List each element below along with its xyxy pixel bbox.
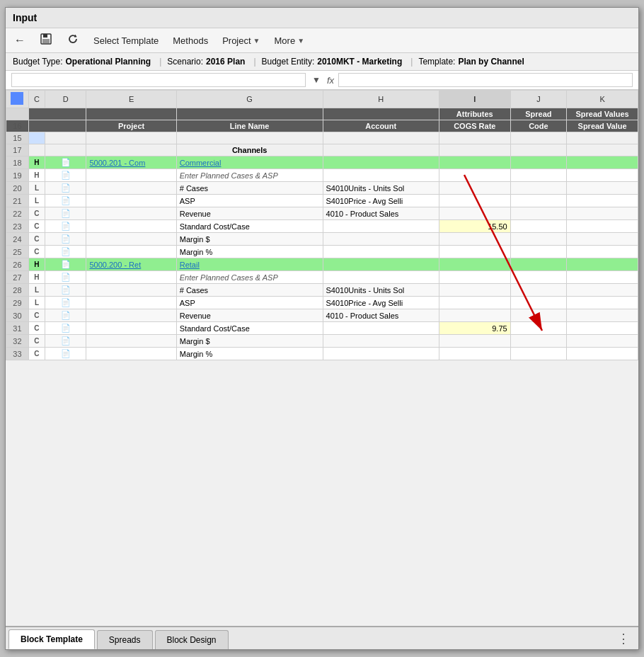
cell-i28[interactable] (439, 284, 510, 297)
cell-k17[interactable] (567, 144, 638, 156)
col-header-j[interactable]: J (510, 91, 567, 108)
cell-d25-icon[interactable]: 📄 (45, 246, 86, 258)
cell-d28-icon[interactable]: 📄 (45, 284, 86, 297)
cell-g30-linename[interactable]: Revenue (176, 309, 323, 322)
back-button[interactable]: ← (11, 33, 28, 48)
cell-j21[interactable] (510, 195, 567, 207)
cell-i30[interactable] (439, 309, 510, 322)
cell-k21[interactable] (567, 195, 638, 207)
cell-k15[interactable] (567, 132, 638, 144)
col-header-i[interactable]: I (439, 91, 510, 108)
cell-g28-linename[interactable]: # Cases (176, 284, 323, 297)
col-header-e[interactable]: E (86, 91, 176, 108)
cell-g17-channels[interactable]: Channels (176, 144, 323, 156)
cell-j29[interactable] (510, 297, 567, 309)
cell-c26-type[interactable]: H (28, 258, 45, 271)
cell-d15[interactable] (45, 132, 86, 144)
cell-h20-account[interactable]: S4010Units - Units Sol (323, 182, 439, 195)
cell-d33-icon[interactable]: 📄 (45, 348, 86, 360)
cell-c17[interactable] (28, 144, 45, 156)
cell-h32[interactable] (323, 335, 439, 348)
cell-d18-icon[interactable]: 📄 (45, 156, 86, 169)
project-dropdown[interactable]: Project ▼ (219, 34, 263, 47)
select-template-button[interactable]: Select Template (91, 34, 161, 47)
cell-j23[interactable] (510, 220, 567, 233)
col-header-g[interactable]: G (176, 91, 323, 108)
cell-k20[interactable] (567, 182, 638, 195)
cell-k32[interactable] (567, 335, 638, 348)
cell-h19[interactable] (323, 169, 439, 182)
cell-h30-account[interactable]: 4010 - Product Sales (323, 309, 439, 322)
cell-e30[interactable] (86, 309, 176, 322)
cell-i19[interactable] (439, 169, 510, 182)
cell-g24-linename[interactable]: Margin $ (176, 233, 323, 246)
cell-k27[interactable] (567, 271, 638, 284)
cell-i23-cogs[interactable]: 15.50 (439, 220, 510, 233)
cell-e18-project[interactable]: 5000.201 - Com (86, 156, 176, 169)
cell-e19[interactable] (86, 169, 176, 182)
cell-j20[interactable] (510, 182, 567, 195)
cell-j26[interactable] (510, 258, 567, 271)
cell-e32[interactable] (86, 335, 176, 348)
cell-k24[interactable] (567, 233, 638, 246)
cell-h27[interactable] (323, 271, 439, 284)
cell-h31[interactable] (323, 322, 439, 335)
methods-button[interactable]: Methods (170, 34, 211, 47)
cell-e24[interactable] (86, 233, 176, 246)
cell-c32-type[interactable]: C (28, 335, 45, 348)
cell-g25-linename[interactable]: Margin % (176, 246, 323, 258)
cell-d21-icon[interactable]: 📄 (45, 195, 86, 207)
cell-c27-type[interactable]: H (28, 271, 45, 284)
cell-c18-type[interactable]: H (28, 156, 45, 169)
cell-e21[interactable] (86, 195, 176, 207)
cell-d29-icon[interactable]: 📄 (45, 297, 86, 309)
cell-j17[interactable] (510, 144, 567, 156)
cell-e27[interactable] (86, 271, 176, 284)
cell-e22[interactable] (86, 207, 176, 220)
cell-g27-linename[interactable]: Enter Planned Cases & ASP (176, 271, 323, 284)
cell-i32[interactable] (439, 335, 510, 348)
cell-c31-type[interactable]: C (28, 322, 45, 335)
cell-h17[interactable] (323, 144, 439, 156)
cell-d17[interactable] (45, 144, 86, 156)
cell-i27[interactable] (439, 271, 510, 284)
cell-e26-project[interactable]: 5000.200 - Ret (86, 258, 176, 271)
cell-k33[interactable] (567, 348, 638, 360)
cell-d31-icon[interactable]: 📄 (45, 322, 86, 335)
cell-k25[interactable] (567, 246, 638, 258)
cell-h15[interactable] (323, 132, 439, 144)
cell-c21-type[interactable]: L (28, 195, 45, 207)
cell-i18[interactable] (439, 156, 510, 169)
cell-i20[interactable] (439, 182, 510, 195)
cell-e31[interactable] (86, 322, 176, 335)
cell-c19-type[interactable]: H (28, 169, 45, 182)
cell-h26[interactable] (323, 258, 439, 271)
cell-h22-account[interactable]: 4010 - Product Sales (323, 207, 439, 220)
cell-i26[interactable] (439, 258, 510, 271)
cell-i17[interactable] (439, 144, 510, 156)
cell-g26-linename[interactable]: Retail (176, 258, 323, 271)
cell-g15[interactable] (176, 132, 323, 144)
cell-c30-type[interactable]: C (28, 309, 45, 322)
cell-k29[interactable] (567, 297, 638, 309)
cell-j30[interactable] (510, 309, 567, 322)
cell-c20-type[interactable]: L (28, 182, 45, 195)
cell-k22[interactable] (567, 207, 638, 220)
cell-d30-icon[interactable]: 📄 (45, 309, 86, 322)
col-header-k[interactable]: K (567, 91, 638, 108)
tab-block-design[interactable]: Block Design (155, 630, 229, 649)
cell-k23[interactable] (567, 220, 638, 233)
cell-k18[interactable] (567, 156, 638, 169)
cell-j19[interactable] (510, 169, 567, 182)
cell-ref-dropdown[interactable]: ▼ (310, 75, 323, 85)
cell-d32-icon[interactable]: 📄 (45, 335, 86, 348)
cell-c15[interactable] (28, 132, 45, 144)
cell-j33[interactable] (510, 348, 567, 360)
cell-i29[interactable] (439, 297, 510, 309)
cell-d22-icon[interactable]: 📄 (45, 207, 86, 220)
cell-j22[interactable] (510, 207, 567, 220)
cell-c23-type[interactable]: C (28, 220, 45, 233)
tab-block-template[interactable]: Block Template (8, 629, 95, 649)
cell-g22-linename[interactable]: Revenue (176, 207, 323, 220)
cell-k30[interactable] (567, 309, 638, 322)
